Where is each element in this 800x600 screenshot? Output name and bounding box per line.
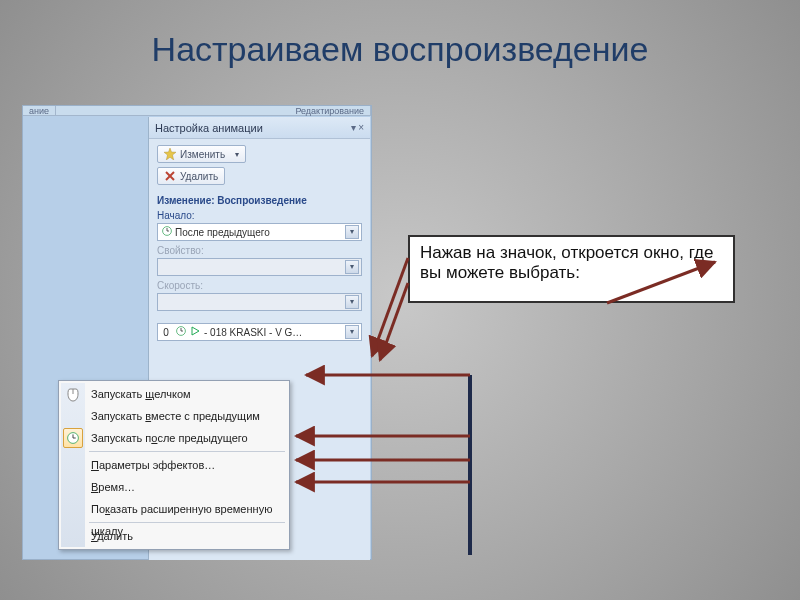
- clock-icon: [162, 226, 172, 238]
- ribbon-tab-right[interactable]: Редактирование: [289, 106, 371, 116]
- chevron-down-icon[interactable]: ▾: [345, 325, 359, 339]
- pane-title: Настройка анимации: [155, 122, 263, 134]
- ribbon-tab-left[interactable]: ание: [23, 106, 56, 116]
- mouse-icon: [66, 387, 80, 401]
- menu-remove[interactable]: Удалить: [61, 525, 287, 547]
- animation-list-item[interactable]: 0 - 018 KRASKI - V G… ▾: [157, 323, 362, 341]
- clock-icon: [63, 428, 83, 448]
- speed-label: Скорость:: [157, 280, 362, 291]
- change-button[interactable]: Изменить ▾: [157, 145, 246, 163]
- property-label: Свойство:: [157, 245, 362, 256]
- chevron-down-icon: ▾: [235, 150, 239, 159]
- pane-menu-icon[interactable]: ▾: [351, 122, 356, 133]
- svg-line-15: [380, 283, 408, 360]
- delete-label: Удалить: [180, 171, 218, 182]
- menu-start-after-prev[interactable]: Запускать после предыдущего: [61, 427, 287, 449]
- pane-header: Настройка анимации ▾ ×: [149, 117, 370, 139]
- context-menu: Запускать щелчком Запускать вместе с пре…: [58, 380, 290, 550]
- star-icon: [164, 148, 176, 160]
- callout-box: Нажав на значок, откроется окно, где вы …: [408, 235, 735, 303]
- close-icon[interactable]: ×: [358, 122, 364, 133]
- speed-combo: ▾: [157, 293, 362, 311]
- svg-marker-9: [192, 327, 199, 335]
- ribbon-strip: ание Редактирование: [23, 106, 371, 116]
- separator: [89, 522, 285, 523]
- anim-text: - 018 KRASKI - V G…: [204, 327, 341, 338]
- menu-timing[interactable]: Время…: [61, 476, 287, 498]
- chevron-down-icon[interactable]: ▾: [345, 225, 359, 239]
- start-label: Начало:: [157, 210, 362, 221]
- menu-effect-options[interactable]: Параметры эффектов…: [61, 454, 287, 476]
- menu-start-with-prev[interactable]: Запускать вместе с предыдущим: [61, 405, 287, 427]
- delete-button[interactable]: Удалить: [157, 167, 225, 185]
- chevron-down-icon: ▾: [345, 295, 359, 309]
- callout-text: Нажав на значок, откроется окно, где вы …: [420, 243, 713, 282]
- property-combo: ▾: [157, 258, 362, 276]
- chevron-down-icon: ▾: [345, 260, 359, 274]
- start-combo[interactable]: После предыдущего ▾: [157, 223, 362, 241]
- page-title: Настраиваем воспроизведение: [0, 30, 800, 69]
- x-icon: [164, 170, 176, 182]
- separator: [89, 451, 285, 452]
- clock-icon: [176, 326, 186, 338]
- svg-marker-0: [164, 148, 176, 160]
- change-label: Изменить: [180, 149, 225, 160]
- anim-index: 0: [160, 327, 172, 338]
- svg-line-14: [372, 258, 408, 356]
- play-icon: [190, 326, 200, 338]
- start-value: После предыдущего: [175, 227, 270, 238]
- section-title: Изменение: Воспроизведение: [157, 195, 362, 206]
- menu-show-timeline[interactable]: Показать расширенную временную шкалу: [61, 498, 287, 520]
- menu-start-click[interactable]: Запускать щелчком: [61, 383, 287, 405]
